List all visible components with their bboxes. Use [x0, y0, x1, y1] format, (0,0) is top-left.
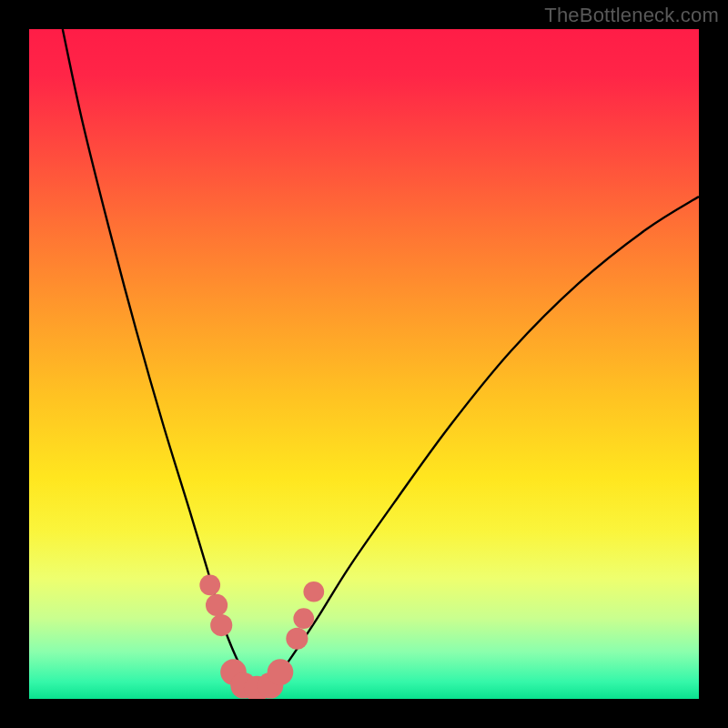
valley-marker — [286, 628, 308, 650]
valley-marker — [303, 581, 324, 602]
plot-area — [29, 29, 699, 702]
chart-svg — [0, 0, 728, 728]
gradient-backdrop — [29, 29, 699, 699]
valley-marker — [268, 659, 294, 685]
valley-marker — [199, 575, 220, 596]
valley-marker — [293, 608, 314, 629]
chart-stage: TheBottleneck.com — [0, 0, 728, 728]
watermark-text: TheBottleneck.com — [544, 4, 719, 27]
valley-marker — [206, 594, 228, 616]
valley-marker — [210, 614, 232, 636]
